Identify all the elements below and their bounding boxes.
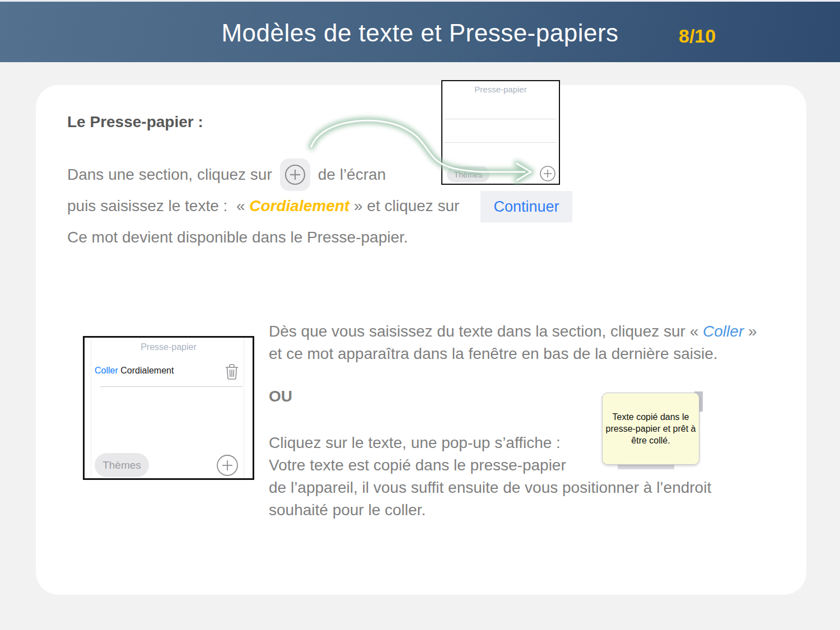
page-number: 8/10 — [679, 25, 716, 47]
or-label: OU — [269, 388, 292, 405]
add-button[interactable] — [216, 454, 239, 477]
highlight-cordialement: Cordialement — [249, 197, 349, 214]
plus-circle-icon — [216, 454, 239, 477]
popup-note-line-1: Texte copié dans le — [613, 411, 689, 423]
divider — [91, 338, 91, 478]
p1-after: » — [744, 323, 757, 340]
section-heading: Le Presse-papier : — [67, 113, 203, 131]
page-title: Modèles de texte et Presse-papiers — [221, 19, 618, 47]
themes-button[interactable]: Thèmes — [95, 453, 149, 477]
slide: Modèles de texte et Presse-papiers 8/10 … — [0, 0, 840, 630]
paragraph-paste-line-1: Dès que vous saisissez du texte dans la … — [269, 320, 757, 343]
paragraph-paste: Dès que vous saisissez du texte dans la … — [269, 320, 757, 365]
clipboard-entry-row: Coller Cordialement — [95, 366, 174, 376]
entry-text: Cordialement — [120, 366, 174, 375]
paragraph-popup-line-4: souhaité pour le coller. — [269, 499, 711, 521]
intro-line-1-before: Dans une section, cliquez sur — [67, 166, 272, 184]
trash-icon — [225, 363, 239, 380]
delete-button[interactable] — [225, 363, 239, 380]
popup-note-line-2: presse-papier et prêt à — [606, 423, 696, 435]
clipboard-filled-title: Presse-papier — [85, 342, 253, 352]
popup-note-line-3: être collé. — [631, 435, 670, 446]
intro-line-3: Ce mot devient disponible dans le Presse… — [67, 228, 408, 246]
highlight-coller: Coller — [703, 323, 744, 340]
intro-line-2: puis saisissez le texte : « Cordialement… — [67, 197, 459, 215]
coller-action[interactable]: Coller — [95, 366, 118, 375]
continue-button[interactable]: Continuer — [480, 191, 572, 222]
paragraph-popup-line-3: de l’appareil, il vous suffit ensuite de… — [269, 477, 711, 499]
intro-line-2-before: puis saisissez le texte : « — [67, 197, 249, 214]
paragraph-paste-line-2: et ce mot apparaîtra dans la fenêtre en … — [269, 343, 757, 365]
divider — [100, 386, 242, 387]
p1-before: Dès que vous saisissez du texte dans la … — [269, 323, 703, 340]
clipboard-empty-title: Presse-papier — [442, 85, 559, 94]
arrow-curve-icon — [280, 106, 549, 190]
popup-note: Texte copié dans le presse-papier et prê… — [602, 393, 699, 465]
divider — [244, 338, 244, 478]
clipboard-screenshot-filled: Presse-papier Coller Cordialement Thèmes — [83, 336, 254, 480]
intro-line-2-after: » et cliquez sur — [349, 197, 459, 214]
